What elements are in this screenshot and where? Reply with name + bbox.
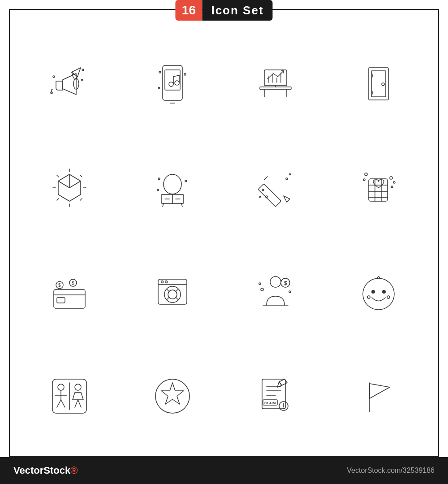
- svg-point-110: [155, 379, 190, 413]
- svg-point-50: [185, 180, 187, 182]
- icon-cell-marketing: [18, 31, 121, 136]
- svg-point-51: [158, 189, 159, 190]
- svg-line-38: [80, 175, 82, 177]
- svg-line-12: [173, 75, 179, 77]
- icon-cell-vanity-mirror: [121, 136, 224, 240]
- svg-point-14: [184, 73, 186, 75]
- svg-point-1: [53, 76, 55, 78]
- svg-point-92: [261, 288, 263, 291]
- svg-line-105: [57, 400, 61, 407]
- svg-point-8: [169, 82, 173, 86]
- svg-point-96: [371, 290, 375, 294]
- svg-point-55: [262, 189, 264, 191]
- svg-point-94: [289, 291, 291, 293]
- svg-point-9: [175, 81, 179, 85]
- icon-cell-credit-card: $ $: [18, 240, 121, 344]
- header-badge: 16 Icon Set: [175, 0, 272, 21]
- svg-rect-16: [260, 87, 291, 90]
- door-icon: [356, 61, 401, 106]
- icon-cell-pencil: [224, 136, 327, 240]
- flag-icon: [356, 374, 401, 419]
- icon-cell-cube: [18, 136, 121, 240]
- footer-logo-symbol: ®: [70, 465, 78, 476]
- svg-point-47: [164, 174, 181, 194]
- svg-line-87: [176, 297, 178, 300]
- svg-point-56: [266, 196, 267, 198]
- svg-point-120: [283, 407, 284, 409]
- icon-cell-claim: CLAIM: [224, 344, 327, 449]
- baby-face-icon: [356, 269, 401, 314]
- svg-marker-111: [161, 383, 184, 404]
- svg-rect-52: [258, 184, 281, 207]
- icon-cell-restroom: [18, 344, 121, 449]
- restroom-icon: [47, 374, 92, 419]
- svg-line-85: [176, 289, 178, 292]
- svg-point-70: [365, 173, 367, 176]
- svg-point-66: [390, 177, 392, 179]
- chart-desk-icon: [253, 61, 298, 106]
- pencil-write-icon: [253, 165, 298, 210]
- svg-point-93: [259, 283, 261, 285]
- icon-cell-flag: [327, 344, 430, 449]
- cube-3d-icon: [47, 165, 92, 210]
- svg-point-58: [286, 178, 288, 180]
- star-badge-icon: [150, 374, 195, 419]
- icon-cell-chart-desk: [224, 31, 327, 136]
- svg-line-109: [78, 400, 81, 407]
- credit-card-icon: $ $: [47, 269, 92, 314]
- svg-rect-6: [165, 70, 180, 90]
- svg-point-97: [382, 290, 386, 294]
- svg-text:CLAIM: CLAIM: [264, 401, 276, 405]
- svg-line-45: [163, 203, 164, 207]
- claim-document-icon: CLAIM: [253, 374, 298, 419]
- svg-line-86: [167, 297, 169, 300]
- svg-point-57: [259, 196, 261, 197]
- svg-point-13: [159, 71, 161, 73]
- svg-point-68: [391, 186, 393, 188]
- footer: VectorStock® VectorStock.com/32539186: [0, 457, 448, 484]
- marketing-icon: [47, 61, 92, 106]
- svg-point-107: [75, 384, 81, 390]
- svg-marker-53: [284, 196, 290, 202]
- footer-url: VectorStock.com/32539186: [347, 467, 435, 475]
- badge-text: Icon Set: [202, 0, 272, 21]
- svg-point-59: [289, 173, 291, 175]
- svg-line-39: [57, 199, 59, 200]
- svg-text:$: $: [284, 280, 287, 286]
- svg-point-49: [158, 178, 160, 180]
- svg-line-40: [80, 199, 82, 200]
- icon-cell-chocolate-heart: [327, 136, 430, 240]
- icon-cell-door: [327, 31, 430, 136]
- svg-point-15: [159, 87, 160, 89]
- footer-logo: VectorStock®: [13, 465, 78, 476]
- svg-point-4: [51, 92, 52, 94]
- svg-point-81: [165, 281, 168, 283]
- svg-rect-71: [54, 290, 85, 308]
- svg-line-32: [58, 181, 69, 188]
- svg-point-98: [367, 296, 370, 298]
- lifebuoy-screen-icon: [150, 269, 195, 314]
- svg-line-46: [181, 203, 182, 207]
- icon-cell-mobile-music: [121, 31, 224, 136]
- icons-grid: $ $: [18, 31, 430, 448]
- svg-line-54: [264, 177, 267, 180]
- svg-text:$: $: [58, 283, 61, 288]
- svg-point-2: [82, 69, 84, 71]
- financial-advisor-icon: $: [253, 269, 298, 314]
- svg-line-108: [75, 400, 78, 407]
- svg-point-95: [363, 278, 394, 310]
- mobile-music-icon: [150, 61, 195, 106]
- badge-number: 16: [175, 0, 202, 21]
- vanity-mirror-icon: [150, 165, 195, 210]
- svg-rect-26: [371, 71, 386, 97]
- svg-point-27: [382, 83, 384, 86]
- svg-point-80: [161, 281, 164, 283]
- svg-line-106: [61, 400, 65, 407]
- svg-point-88: [270, 277, 281, 287]
- svg-point-99: [387, 296, 390, 298]
- svg-line-84: [167, 289, 169, 292]
- icon-cell-financial: $: [224, 240, 327, 344]
- chocolate-heart-icon: [356, 165, 401, 210]
- icon-cell-star-badge: [121, 344, 224, 449]
- svg-line-31: [69, 181, 81, 188]
